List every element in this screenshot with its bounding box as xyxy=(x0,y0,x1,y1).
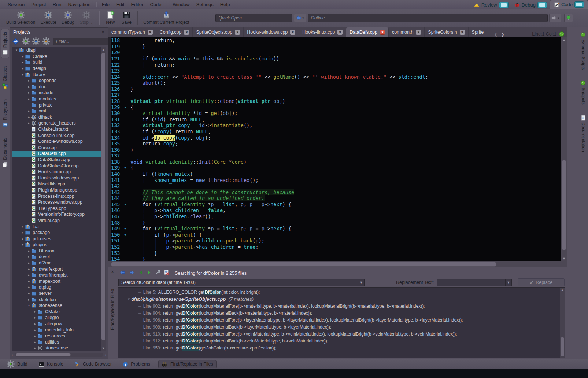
tree-item-build[interactable]: ▸build xyxy=(12,59,106,66)
chevron-down-icon[interactable]: ▼ xyxy=(358,279,364,286)
build-selection-button[interactable]: Build Selection xyxy=(4,10,38,26)
fold-marker-icon[interactable]: ▼ xyxy=(124,233,130,237)
debug-button[interactable]: Debug xyxy=(59,10,77,26)
quickfix-bulb-button[interactable] xyxy=(564,14,573,22)
expander-icon[interactable]: ▸ xyxy=(21,231,25,234)
results-scrollbar[interactable]: ▲ xyxy=(560,288,565,358)
tree-item-design[interactable]: ▸design xyxy=(12,66,106,72)
tree-item-tiletypes-cpp[interactable]: C++TileTypes.cpp xyxy=(12,205,106,211)
statusbar-konsole[interactable]: Konsole xyxy=(36,360,66,368)
code-line[interactable]: 141 │ known_mutex = new tthread::mutex()… xyxy=(111,177,561,183)
code-view[interactable]: 118 │ return;119 }120121 if (main && mai… xyxy=(108,37,561,261)
quick-open-input[interactable] xyxy=(215,14,292,22)
tree-item-core-cpp[interactable]: C++Core.cpp xyxy=(12,145,106,151)
code-line[interactable]: 124 std::cerr << "Attempt to create clas… xyxy=(111,74,561,80)
sidebar-tab-snippets[interactable]: Snippets xyxy=(580,78,587,107)
sidebar-tab-external-scripts[interactable]: External Scripts xyxy=(580,30,587,72)
clean-button[interactable] xyxy=(42,38,50,45)
tree-item-dwarfexport[interactable]: ▸dwarfexport xyxy=(12,266,106,272)
close-icon[interactable]: ✕ xyxy=(416,30,421,35)
tree-item-package[interactable]: ▸package xyxy=(12,230,106,236)
expander-icon[interactable]: ▸ xyxy=(27,255,31,259)
tree-item-doc[interactable]: ▸doc xyxy=(12,84,106,90)
fold-marker-icon[interactable]: ▼ xyxy=(124,105,130,109)
editor-tab-common-h[interactable]: common.h✕ xyxy=(389,27,425,37)
menu-edit[interactable]: Edit xyxy=(113,1,127,8)
code-line[interactable]: 147 │ p->children.clear(); xyxy=(111,214,561,220)
code-line[interactable]: 145▼ for (virtual_identity *p = list; p;… xyxy=(111,201,561,208)
fold-marker-icon[interactable]: ▼ xyxy=(124,227,130,230)
sidebar-tab-documents[interactable]: Documents xyxy=(1,135,9,170)
tree-item-hooks-windows-cpp[interactable]: C++Hooks-windows.cpp xyxy=(12,175,106,181)
tree-item-df2mc[interactable]: ▸df2mc xyxy=(12,260,106,266)
replacement-dropdown[interactable]: ▼ xyxy=(437,279,512,286)
editor-tab-spritecolors-h[interactable]: SpriteColors.h✕ xyxy=(425,27,468,37)
code-line[interactable]: 148 } xyxy=(111,219,561,226)
code-line[interactable]: 129▼{ xyxy=(111,104,561,110)
menu-project[interactable]: Project xyxy=(28,1,49,8)
editor-tab-spriteobjects-cpp[interactable]: SpriteObjects.cpp✕ xyxy=(193,27,244,37)
tree-item-pluginmanager-cpp[interactable]: C++PluginManager.cpp xyxy=(12,187,106,193)
close-icon[interactable]: ✕ xyxy=(111,270,114,274)
working-set-review[interactable]: Review xyxy=(471,1,511,9)
expander-icon[interactable]: ▸ xyxy=(33,310,37,314)
tree-item-process-linux-cpp[interactable]: C++Process-linux.cpp xyxy=(12,193,106,199)
commit-current-project-button[interactable]: Commit Current Project xyxy=(141,10,192,26)
project-filter-input[interactable] xyxy=(53,38,117,45)
result-match-row[interactable]: ─Line 902:return getDfColor(lookupMateri… xyxy=(118,303,565,310)
expander-icon[interactable]: ▸ xyxy=(33,340,37,344)
code-line[interactable]: 120 xyxy=(111,49,561,56)
editor-vscrollbar[interactable]: ▲▼ xyxy=(561,37,567,261)
code-line[interactable]: 122 │ return; xyxy=(111,62,561,68)
tree-item-datastaticsctor-cpp[interactable]: C++DataStaticsCtor.cpp xyxy=(12,163,106,169)
stop-button[interactable]: Stop ⌄ xyxy=(77,10,96,26)
build-button[interactable] xyxy=(22,38,29,45)
code-line[interactable]: 137 xyxy=(111,153,561,159)
code-line[interactable]: 149▼ for (virtual_identity *p = list; p;… xyxy=(111,226,561,232)
expander-icon[interactable]: ▾ xyxy=(27,304,31,307)
tree-item-virtual-cpp[interactable]: C++Virtual.cpp xyxy=(12,218,106,224)
statusbar-build[interactable]: Build xyxy=(4,359,30,369)
editor-tab-hooks-windows-cpp[interactable]: Hooks-windows.cpp✕ xyxy=(244,27,299,37)
expander-icon[interactable]: ▸ xyxy=(21,55,25,58)
expander-icon[interactable]: ▸ xyxy=(27,97,31,101)
menu-help[interactable]: Help xyxy=(217,1,233,8)
sidebar-tab-classes[interactable]: Classes xyxy=(1,63,9,92)
expander-icon[interactable]: ▸ xyxy=(27,273,31,277)
tree-item-lua[interactable]: ▸lua xyxy=(12,223,106,230)
tree-item-resources[interactable]: ▸resources xyxy=(12,333,106,339)
tree-item-miscutils-cpp[interactable]: C++MiscUtils.cpp xyxy=(12,181,106,187)
clear-search-button[interactable] xyxy=(164,270,169,277)
expander-icon[interactable]: ▸ xyxy=(33,346,37,350)
expander-icon[interactable]: ▸ xyxy=(21,225,25,229)
tree-item-qtplug[interactable]: ▸qtplug xyxy=(12,284,106,290)
code-line[interactable]: 119 } xyxy=(111,44,561,50)
sidebar-tab-documentation[interactable]: Documentation xyxy=(580,113,587,154)
close-icon[interactable]: ✕ xyxy=(460,30,465,35)
expander-icon[interactable]: ▸ xyxy=(27,261,31,265)
expander-icon[interactable]: ▸ xyxy=(27,79,31,82)
new-button[interactable]: New xyxy=(102,10,118,26)
tree-item-allegro[interactable]: ▸allegro xyxy=(12,315,106,321)
menu-file[interactable]: File xyxy=(99,1,113,8)
close-icon[interactable]: ✕ xyxy=(101,30,105,34)
menu-navigation[interactable]: Navigation xyxy=(65,1,94,8)
expander-icon[interactable]: ▸ xyxy=(27,267,31,271)
tree-item-hooks-linux-cpp[interactable]: C++Hooks-linux.cpp xyxy=(12,169,106,175)
close-icon[interactable]: ✕ xyxy=(235,30,240,35)
find-panel-side-label[interactable]: Find/Replace in Files xyxy=(110,289,115,330)
tree-item-materials-info[interactable]: ▸materials_info xyxy=(12,327,106,333)
expander-icon[interactable]: ▸ xyxy=(27,298,31,301)
tree-item-xml[interactable]: ▸xml xyxy=(12,108,106,114)
code-line[interactable]: 134 id->do_copy(copy, obj); xyxy=(111,134,561,141)
tree-item-server[interactable]: ▸server xyxy=(12,290,106,297)
tree-item-utilities[interactable]: ▸utilities xyxy=(12,339,106,345)
fold-marker-icon[interactable]: ▼ xyxy=(124,203,130,206)
code-line[interactable]: 135 return copy; xyxy=(111,141,561,147)
tree-item-cmake[interactable]: ▸CMake xyxy=(12,53,106,60)
search-history-dropdown[interactable]: Search dfColor in dfapi (at time 19:00)▼ xyxy=(118,279,365,286)
scroll-right-icon[interactable]: › xyxy=(105,353,106,357)
tree-item-console-windows-cpp[interactable]: C++Console-windows.cpp xyxy=(12,138,106,145)
code-line[interactable]: 121 if (main && main != this && is_subcl… xyxy=(111,56,561,62)
code-line[interactable]: 143 // This cannot be done in the constr… xyxy=(111,189,561,195)
